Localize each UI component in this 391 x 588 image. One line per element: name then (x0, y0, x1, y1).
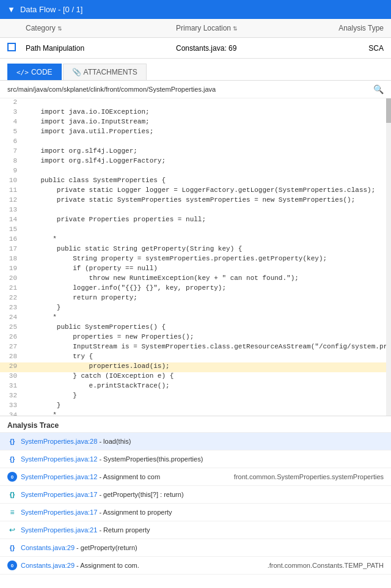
line-number: 27 (0, 343, 22, 350)
code-line: 5 import java.util.Properties; (0, 128, 391, 138)
trace-item-icon: {} (7, 454, 17, 464)
code-line: 6 (0, 138, 391, 147)
code-line: 24 * (0, 314, 391, 323)
header-location[interactable]: Primary Location ⇅ (176, 24, 310, 32)
trace-file-link[interactable]: SystemProperties.java:17 (21, 491, 97, 498)
code-line: 16 * (0, 235, 391, 245)
header-category[interactable]: Category ⇅ (26, 24, 176, 32)
code-line: 17 public static String getProperty(Stri… (0, 245, 391, 255)
line-number: 32 (0, 392, 22, 399)
line-content: * (22, 314, 391, 321)
trace-item[interactable]: 0SystemProperties.java:12 - Assignment t… (0, 468, 391, 486)
line-content: logger.info("{{}} {}", key, property); (22, 284, 391, 292)
line-number: 16 (0, 235, 22, 243)
code-line: 25 public SystemProperties() { (0, 323, 391, 333)
line-content: } catch (IOException e) { (22, 372, 391, 380)
line-content: e.printStackTrace(); (22, 382, 391, 389)
line-content: import org.slf4j.LoggerFactory; (22, 157, 391, 164)
line-content: import java.util.Properties; (22, 128, 391, 135)
trace-item[interactable]: {}Constants.java:29 - getProperty(return… (0, 539, 391, 557)
chevron-icon: ▼ (7, 5, 15, 14)
trace-item-text: SystemProperties.java:21 - Return proper… (21, 526, 384, 534)
line-number: 3 (0, 108, 22, 116)
trace-item-text: SystemProperties.java:17 - getProperty(t… (21, 491, 384, 498)
trace-item-icon: ≡ (7, 507, 17, 517)
trace-item-icon: {} (7, 490, 17, 499)
attachments-tab-icon: 📎 (72, 68, 81, 76)
trace-item-icon: {} (7, 436, 17, 446)
code-line: 13 (0, 206, 391, 216)
line-content: public class SystemProperties { (22, 177, 391, 184)
analysis-trace-title: Analysis Trace (0, 416, 391, 433)
trace-item[interactable]: {}SystemProperties.java:12 - SystemPrope… (0, 450, 391, 468)
line-number: 17 (0, 245, 22, 252)
trace-file-link[interactable]: SystemProperties.java:21 (21, 526, 97, 534)
code-line: 15 (0, 226, 391, 235)
row-check[interactable] (7, 43, 26, 53)
trace-item[interactable]: ≡SystemProperties.java:17 - Assignment t… (0, 504, 391, 521)
trace-item[interactable]: {}SystemProperties.java:17 - getProperty… (0, 486, 391, 504)
trace-item[interactable]: 0Constants.java:29 - Assignment to com..… (0, 557, 391, 575)
line-content: properties = new Properties(); (22, 333, 391, 340)
line-content: } (22, 392, 391, 399)
line-content: * (22, 235, 391, 243)
code-area[interactable]: 23 import java.io.IOException;4 import j… (0, 98, 391, 416)
trace-item[interactable]: {}SystemProperties.java:28 - load(this) (0, 433, 391, 450)
code-line: 4 import java.io.InputStream; (0, 118, 391, 128)
row-location: Constants.java: 69 (176, 44, 310, 53)
line-number: 33 (0, 402, 22, 409)
line-number: 20 (0, 274, 22, 282)
trace-item[interactable]: ↩SystemProperties.java:21 - Return prope… (0, 521, 391, 539)
header-title: Data Flow - [0 / 1] (20, 5, 83, 14)
trace-item-text: SystemProperties.java:28 - load(this) (21, 438, 384, 445)
code-line: 23 } (0, 304, 391, 314)
trace-file-link[interactable]: Constants.java:29 (21, 544, 75, 551)
trace-file-link[interactable]: SystemProperties.java:12 (21, 473, 97, 480)
code-line: 2 (0, 98, 391, 108)
line-number: 9 (0, 167, 22, 174)
line-content: throw new RuntimeException(key + " can n… (22, 274, 391, 282)
code-line: 12 private static SystemProperties syste… (0, 196, 391, 206)
code-line: 7 import org.slf4j.Logger; (0, 147, 391, 157)
scrollbar-thumb[interactable] (386, 98, 391, 123)
line-number: 11 (0, 186, 22, 194)
trace-file-link[interactable]: SystemProperties.java:17 (21, 509, 97, 516)
code-line: 26 properties = new Properties(); (0, 333, 391, 343)
table-header: Category ⇅ Primary Location ⇅ Analysis T… (0, 19, 391, 38)
code-line: 34 * (0, 411, 391, 416)
line-content: * (22, 411, 391, 416)
checkbox[interactable] (7, 43, 16, 51)
scrollbar[interactable] (386, 98, 391, 416)
line-number: 13 (0, 206, 22, 213)
code-line: 3 import java.io.IOException; (0, 108, 391, 118)
trace-item-text: SystemProperties.java:12 - Assignment to… (21, 473, 230, 480)
tabs-bar: </> CODE 📎 ATTACHMENTS (0, 59, 391, 81)
line-content: public static String getProperty(String … (22, 245, 391, 252)
trace-item-text: SystemProperties.java:17 - Assignment to… (21, 509, 384, 516)
line-content: if (property == null) (22, 265, 391, 272)
line-number: 26 (0, 333, 22, 340)
code-line: 18 String property = systemProperties.pr… (0, 255, 391, 265)
code-line: 31 e.printStackTrace(); (0, 382, 391, 392)
line-number: 2 (0, 98, 22, 106)
line-number: 28 (0, 353, 22, 360)
line-content: private static Logger logger = LoggerFac… (22, 186, 391, 194)
trace-item-text: SystemProperties.java:12 - SystemPropert… (21, 455, 384, 463)
trace-file-link[interactable]: Constants.java:29 (21, 562, 75, 569)
line-content: import org.slf4j.Logger; (22, 147, 391, 155)
tab-code[interactable]: </> CODE (7, 64, 62, 80)
code-line: 8 import org.slf4j.LoggerFactory; (0, 157, 391, 167)
row-type: SCA (310, 44, 384, 53)
category-sort-icon: ⇅ (57, 26, 62, 32)
line-content: String property = systemProperties.prope… (22, 255, 391, 262)
tab-attachments[interactable]: 📎 ATTACHMENTS (63, 64, 147, 80)
line-number: 18 (0, 255, 22, 262)
trace-file-link[interactable]: SystemProperties.java:12 (21, 455, 97, 463)
line-content: } (22, 402, 391, 409)
trace-item-right: .front.common.Constants.TEMP_PATH (268, 562, 384, 569)
search-icon[interactable]: 🔍 (373, 84, 384, 94)
line-content: private static SystemProperties systemPr… (22, 196, 391, 204)
table-row[interactable]: Path Manipulation Constants.java: 69 SCA (0, 38, 391, 59)
line-number: 7 (0, 147, 22, 155)
trace-file-link[interactable]: SystemProperties.java:28 (21, 438, 97, 445)
